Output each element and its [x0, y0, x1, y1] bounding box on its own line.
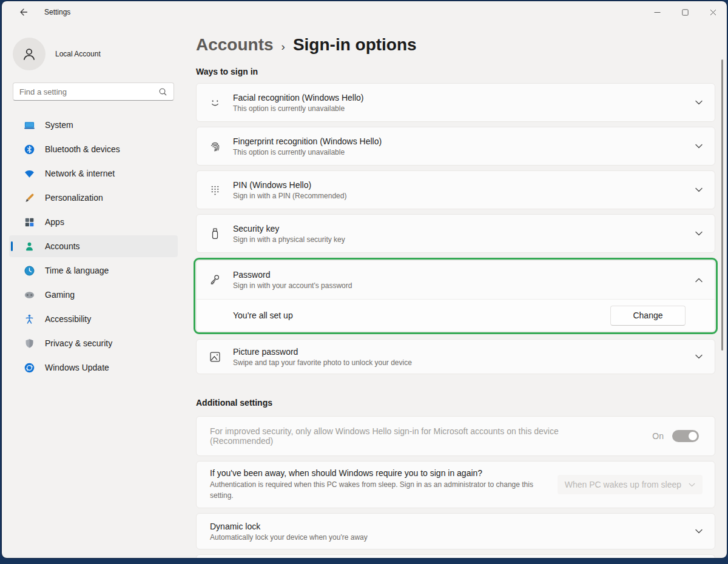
password-detail-row: You're all set up Change — [197, 300, 715, 331]
maximize-icon — [682, 9, 689, 16]
sidebar-item-bluetooth-devices[interactable]: Bluetooth & devices — [9, 138, 178, 160]
back-button[interactable] — [15, 5, 32, 19]
chevron-up-icon[interactable] — [695, 278, 703, 283]
search-input[interactable] — [19, 87, 158, 96]
additional-settings-rows: For improved security, only allow Window… — [196, 416, 715, 558]
password-row-expanded: Password Sign in with your account's pas… — [196, 260, 715, 332]
row-title: Dynamic lock — [210, 522, 695, 531]
hello-only-sign-in-row: For improved security, only allow Window… — [196, 416, 715, 456]
security-key-row[interactable]: Security key Sign in with a physical sec… — [196, 214, 715, 253]
toggle-zone: On — [652, 430, 703, 442]
bluetooth-icon — [24, 144, 35, 155]
sidebar-item-privacy-security[interactable]: Privacy & security — [9, 332, 178, 354]
search-icon — [158, 87, 167, 96]
password-highlight-box: Password Sign in with your account's pas… — [194, 258, 718, 334]
titlebar: Settings — [2, 1, 727, 23]
settings-window: Settings Local Account — [2, 1, 727, 558]
sidebar-item-gaming[interactable]: Gaming — [9, 284, 178, 306]
maximize-button[interactable] — [671, 1, 699, 23]
row-title: For improved security, only allow Window… — [210, 426, 610, 446]
row-subtitle: Authentication is required when this PC … — [210, 480, 553, 501]
chevron-down-icon[interactable] — [695, 100, 703, 105]
minimize-button[interactable] — [643, 1, 671, 23]
row-title: If you've been away, when should Windows… — [210, 468, 558, 478]
search-box — [13, 82, 174, 101]
row-title: Facial recognition (Windows Hello) — [233, 93, 695, 102]
accessibility-icon — [24, 314, 35, 325]
page-title: Sign-in options — [293, 35, 417, 55]
password-row[interactable]: Password Sign in with your account's pas… — [197, 261, 715, 299]
dynamic-lock-row[interactable]: Dynamic lock Automatically lock your dev… — [196, 513, 715, 549]
toggle-knob — [689, 432, 697, 440]
system-icon — [24, 119, 35, 131]
person-icon — [20, 45, 38, 63]
fingerprint-icon — [209, 140, 221, 153]
chevron-down-icon[interactable] — [695, 354, 703, 359]
accounts-icon — [24, 241, 35, 252]
sidebar-item-accounts[interactable]: Accounts — [9, 235, 178, 257]
chevron-down-icon[interactable] — [695, 187, 703, 192]
sign-in-again-row: If you've been away, when should Windows… — [196, 461, 715, 508]
sidebar-item-apps[interactable]: Apps — [9, 211, 178, 233]
key-icon — [209, 274, 221, 286]
row-subtitle: Sign in with a physical security key — [233, 235, 695, 244]
sidebar-item-personalization[interactable]: Personalization — [9, 187, 178, 209]
row-subtitle: Sign in with a PIN (Recommended) — [233, 192, 695, 200]
chevron-down-icon[interactable] — [695, 529, 703, 534]
sidebar-item-system[interactable]: System — [9, 114, 178, 136]
selected-accent-bar — [11, 241, 13, 251]
sidebar-item-time-language[interactable]: Time & language — [9, 260, 178, 281]
chevron-down-icon[interactable] — [695, 231, 703, 236]
row-title: Password — [233, 270, 695, 280]
row-title: Picture password — [233, 347, 695, 357]
sidebar-item-network-internet[interactable]: Network & internet — [9, 163, 178, 184]
security-key-icon — [209, 227, 221, 240]
main-content: Accounts › Sign-in options Ways to sign … — [196, 23, 718, 558]
sidebar: Local Account System Bluetooth & devices… — [2, 23, 185, 381]
minimize-icon — [654, 9, 661, 16]
fingerprint-recognition-row[interactable]: Fingerprint recognition (Windows Hello) … — [196, 127, 715, 166]
breadcrumb: Accounts › Sign-in options — [196, 35, 718, 55]
facial-recognition-row[interactable]: Facial recognition (Windows Hello) This … — [196, 83, 715, 122]
chevron-down-icon[interactable] — [695, 144, 703, 149]
picture-password-row[interactable]: Picture password Swipe and tap your favo… — [196, 339, 715, 374]
account-summary[interactable]: Local Account — [2, 23, 185, 73]
row-subtitle: Sign in with your account's password — [233, 281, 695, 290]
partially-visible-row[interactable] — [196, 554, 715, 558]
account-name: Local Account — [55, 50, 101, 58]
change-password-button[interactable]: Change — [610, 306, 686, 326]
breadcrumb-accounts[interactable]: Accounts — [196, 35, 274, 55]
toggle-state-label: On — [652, 431, 664, 441]
time-language-icon — [24, 265, 35, 277]
personalization-icon — [24, 192, 35, 204]
network-icon — [24, 168, 35, 180]
windows-update-icon — [24, 362, 35, 374]
sign-in-again-dropdown[interactable]: When PC wakes up from sleep — [558, 475, 703, 494]
sidebar-nav: System Bluetooth & devices Network & int… — [2, 114, 185, 378]
sign-in-rows: Facial recognition (Windows Hello) This … — [196, 83, 715, 374]
additional-settings-heading: Additional settings — [196, 398, 718, 408]
picture-icon — [209, 351, 221, 363]
back-arrow-icon — [19, 7, 29, 17]
pin-row[interactable]: PIN (Windows Hello) Sign in with a PIN (… — [196, 170, 715, 209]
face-icon — [209, 96, 221, 109]
row-title: Fingerprint recognition (Windows Hello) — [233, 136, 695, 146]
close-button[interactable] — [699, 1, 727, 23]
close-icon — [710, 9, 716, 16]
chevron-down-icon — [689, 483, 695, 487]
avatar — [13, 38, 46, 70]
password-status: You're all set up — [233, 311, 293, 320]
row-subtitle: This option is currently unavailable — [233, 148, 695, 156]
hello-only-toggle[interactable] — [672, 430, 699, 442]
dropdown-value: When PC wakes up from sleep — [565, 480, 681, 489]
row-title: PIN (Windows Hello) — [233, 180, 695, 190]
row-title: Security key — [233, 224, 695, 233]
row-subtitle: Swipe and tap your favorite photo to unl… — [233, 358, 695, 367]
window-controls — [643, 1, 727, 23]
app-title: Settings — [44, 8, 70, 16]
breadcrumb-separator: › — [281, 40, 285, 53]
apps-icon — [24, 217, 35, 228]
sidebar-item-accessibility[interactable]: Accessibility — [9, 308, 178, 330]
sidebar-item-windows-update[interactable]: Windows Update — [9, 357, 178, 378]
vertical-scrollbar[interactable] — [721, 59, 723, 351]
